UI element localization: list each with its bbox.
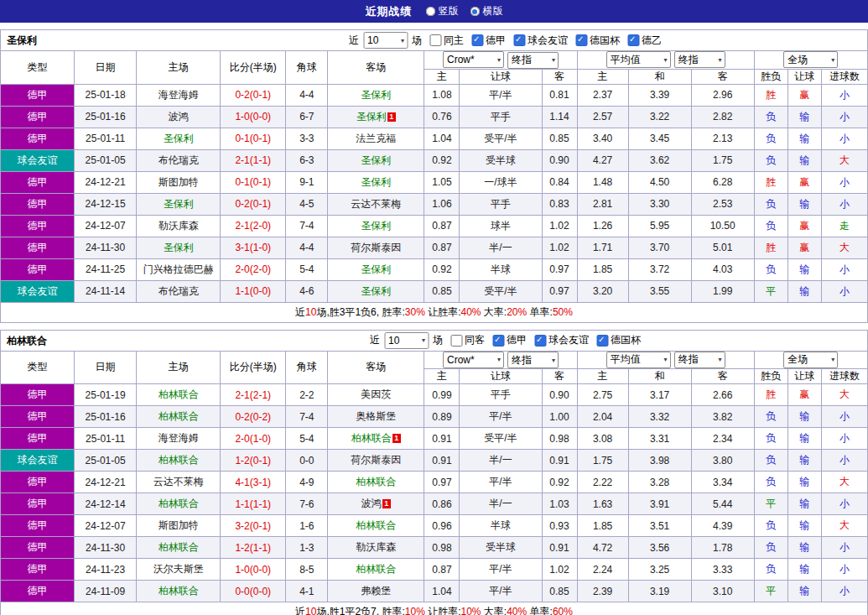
team-link[interactable]: 奥格斯堡	[356, 410, 396, 422]
match-score[interactable]: 3-2(0-1)	[221, 515, 286, 537]
team-link[interactable]: 圣保利	[164, 133, 194, 144]
euro-source-select[interactable]: 平均值▾	[606, 51, 671, 68]
corner-score: 4-5	[286, 193, 328, 215]
match-score[interactable]: 0-2(0-2)	[221, 406, 286, 428]
match-score[interactable]: 1-2(1-1)	[221, 537, 286, 559]
match-score[interactable]: 0-2(0-1)	[221, 84, 286, 106]
asian-away-odds: 0.85	[542, 581, 577, 602]
euro-away-odds: 4.39	[691, 515, 754, 537]
team-link[interactable]: 荷尔斯泰因	[351, 242, 401, 253]
team-link[interactable]: 荷尔斯泰因	[351, 454, 401, 466]
league-checkbox-0[interactable]: 德甲	[492, 333, 527, 347]
team-link[interactable]: 布伦瑞克	[159, 285, 199, 297]
team-link[interactable]: 圣保利	[361, 154, 391, 166]
team-link[interactable]: 波鸿	[361, 498, 382, 509]
team-link[interactable]: 门兴格拉德巴赫	[143, 263, 214, 275]
match-score[interactable]: 1-0(0-0)	[221, 106, 286, 128]
euro-time-select[interactable]: 终指▾	[674, 352, 725, 368]
same-venue-checkbox[interactable]: 同客	[450, 333, 485, 347]
team-link[interactable]: 斯图加特	[159, 519, 199, 531]
team-link[interactable]: 柏林联合	[159, 410, 199, 422]
scope-select[interactable]: 全场▾	[783, 352, 838, 368]
result-goals-outcome: 小	[821, 258, 867, 280]
same-venue-checkbox[interactable]: 同主	[429, 34, 464, 48]
team-link[interactable]: 波鸿	[169, 111, 189, 122]
match-score[interactable]: 0-0(0-0)	[221, 581, 286, 602]
match-count-select[interactable]: 10▾	[384, 332, 429, 349]
league-checkbox-2-label: 德国杯	[611, 333, 641, 347]
asian-source-select[interactable]: Crow*▾	[443, 352, 504, 368]
match-count-select[interactable]: 10▾	[363, 32, 408, 49]
result-handicap-outcome: 输	[787, 193, 821, 215]
col-type-header: 类型	[1, 351, 75, 384]
euro-source-select[interactable]: 平均值▾	[606, 352, 671, 368]
asian-source-select[interactable]: Crow*▾	[443, 51, 504, 68]
euro-time-select[interactable]: 终指▾	[674, 51, 725, 68]
team-link[interactable]: 海登海姆	[159, 432, 199, 444]
team-link[interactable]: 圣保利	[164, 242, 194, 253]
match-score[interactable]: 3-1(1-0)	[221, 237, 286, 258]
team-link[interactable]: 柏林联合	[356, 563, 396, 575]
team-link[interactable]: 圣保利	[361, 89, 391, 101]
team-link[interactable]: 圣保利	[361, 263, 391, 275]
home-team-cell: 布伦瑞克	[137, 280, 221, 302]
team-link[interactable]: 云达不莱梅	[351, 198, 401, 210]
match-score[interactable]: 1-2(0-1)	[221, 450, 286, 472]
asian-time-select[interactable]: 终指▾	[507, 352, 559, 368]
team-link[interactable]: 斯图加特	[159, 176, 199, 188]
home-team-cell: 布伦瑞克	[137, 149, 221, 171]
euro-draw-odds: 3.32	[628, 406, 691, 428]
team-link[interactable]: 美因茨	[361, 388, 391, 400]
match-score[interactable]: 2-0(2-0)	[221, 258, 286, 280]
match-score[interactable]: 1-0(0-0)	[221, 559, 286, 581]
match-score[interactable]: 0-1(0-1)	[221, 171, 286, 193]
match-score[interactable]: 0-1(0-1)	[221, 128, 286, 149]
team-link[interactable]: 云达不莱梅	[153, 476, 204, 487]
league-checkbox-1[interactable]: 球会友谊	[534, 333, 589, 347]
team-link[interactable]: 圣保利	[164, 198, 194, 210]
match-score[interactable]: 2-1(2-1)	[221, 384, 286, 406]
match-score[interactable]: 2-1(2-0)	[221, 215, 286, 237]
league-checkbox-3[interactable]: 德乙	[627, 34, 662, 48]
team-link[interactable]: 柏林联合	[159, 498, 199, 509]
team-link[interactable]: 柏林联合	[159, 388, 199, 400]
view-mode-horizontal[interactable]: 横版	[470, 4, 503, 18]
league-checkbox-2[interactable]: 德国杯	[596, 333, 641, 347]
result-handicap-outcome: 输	[787, 280, 821, 302]
view-mode-label: 横版	[483, 4, 503, 18]
team-link[interactable]: 柏林联合	[356, 476, 396, 487]
asian-time-select[interactable]: 终指▾	[507, 52, 559, 69]
team-link[interactable]: 圣保利	[361, 220, 391, 232]
team-link[interactable]: 柏林联合	[159, 541, 199, 553]
team-link[interactable]: 圣保利	[361, 285, 391, 297]
team-link[interactable]: 柏林联合	[159, 454, 199, 466]
match-score[interactable]: 1-1(1-1)	[221, 493, 286, 515]
league-checkbox-0[interactable]: 德甲	[471, 34, 506, 48]
scope-select[interactable]: 全场▾	[783, 51, 838, 68]
league-checkbox-1[interactable]: 球会友谊	[513, 34, 568, 48]
team-link[interactable]: 圣保利	[356, 111, 387, 122]
team-link[interactable]: 布伦瑞克	[159, 154, 199, 166]
team-link[interactable]: 沃尔夫斯堡	[153, 563, 204, 575]
team-link[interactable]: 圣保利	[361, 176, 391, 188]
team-link[interactable]: 柏林联合	[159, 585, 199, 597]
team-link[interactable]: 海登海姆	[159, 89, 199, 101]
summary-segment: 让胜率:	[425, 306, 461, 318]
team-link[interactable]: 法兰克福	[356, 133, 396, 144]
result-handicap-outcome: 赢	[787, 384, 821, 406]
match-score[interactable]: 4-1(3-1)	[221, 472, 286, 493]
league-type-badge: 德甲	[1, 581, 75, 602]
euro-away-odds: 3.34	[691, 472, 754, 493]
match-score[interactable]: 0-2(0-1)	[221, 193, 286, 215]
team-link[interactable]: 柏林联合	[356, 519, 396, 531]
match-score[interactable]: 2-1(1-1)	[221, 149, 286, 171]
league-checkbox-2[interactable]: 德国杯	[575, 34, 620, 48]
team-link[interactable]: 柏林联合	[351, 432, 392, 444]
corner-score: 6-7	[286, 106, 328, 128]
team-link[interactable]: 弗赖堡	[361, 585, 391, 597]
view-mode-vertical[interactable]: 竖版	[426, 4, 459, 18]
team-link[interactable]: 勒沃库森	[356, 541, 396, 553]
match-score[interactable]: 2-0(1-0)	[221, 428, 286, 450]
team-link[interactable]: 勒沃库森	[159, 220, 199, 232]
match-score[interactable]: 1-1(0-0)	[221, 280, 286, 302]
